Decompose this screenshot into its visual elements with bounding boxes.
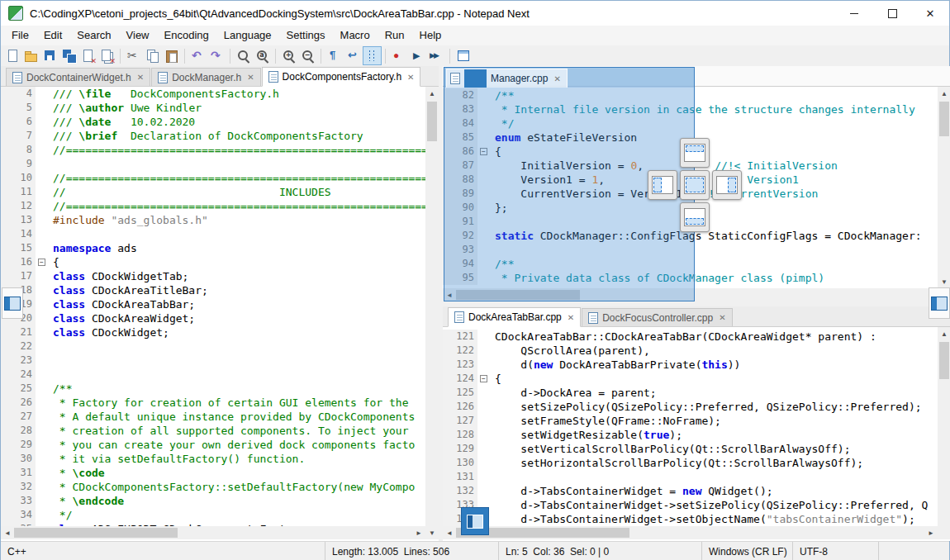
line-number: 34 bbox=[1, 508, 36, 522]
line-number: 10 bbox=[1, 171, 36, 185]
scroll-thumb[interactable] bbox=[939, 342, 949, 379]
status-encoding[interactable]: UTF-8 bbox=[792, 542, 878, 560]
scroll-up-arrow[interactable]: ▲ bbox=[938, 87, 950, 100]
toolbar-macro-record-button[interactable] bbox=[389, 46, 408, 65]
tab-DockComponentsFactory.h[interactable]: DockComponentsFactory.h✕ bbox=[262, 67, 421, 87]
fold-marker-icon[interactable] bbox=[36, 255, 49, 269]
dock-indicator-left[interactable] bbox=[648, 170, 677, 200]
tab-DockAreaTabBar.cpp[interactable]: DockAreaTabBar.cpp✕ bbox=[448, 307, 581, 327]
toolbar-indent-guide-button[interactable] bbox=[363, 46, 382, 65]
toolbar-word-wrap-button[interactable] bbox=[344, 46, 363, 65]
maximize-button[interactable] bbox=[873, 1, 911, 26]
close-button[interactable]: ✕ bbox=[911, 1, 949, 26]
menu-item-search[interactable]: Search bbox=[69, 26, 118, 45]
toolbar-zoom-in-button[interactable] bbox=[279, 46, 298, 65]
toolbar-replace-button[interactable] bbox=[253, 46, 272, 65]
tab-close-icon[interactable]: ✕ bbox=[553, 74, 560, 83]
toolbar-undo-button[interactable] bbox=[188, 46, 207, 65]
status-eol-format[interactable]: Windows (CR LF) bbox=[701, 542, 792, 560]
toolbar-panel-layout-button[interactable] bbox=[454, 46, 473, 65]
tab-close-icon[interactable]: ✕ bbox=[719, 313, 725, 322]
bottom-right-horizontal-scrollbar[interactable]: ◄ ► bbox=[443, 526, 938, 539]
toolbar-zoom-out-button[interactable] bbox=[298, 46, 317, 65]
auto-hide-tab-bottom[interactable] bbox=[461, 507, 489, 535]
left-vertical-scrollbar[interactable]: ▲ ▼ bbox=[425, 87, 439, 539]
redo-icon bbox=[210, 49, 224, 63]
tab-close-icon[interactable]: ✕ bbox=[247, 73, 254, 82]
dock-indicator-center[interactable] bbox=[680, 170, 710, 200]
toolbar-save-button[interactable] bbox=[40, 46, 59, 65]
toolbar-copy-button[interactable] bbox=[143, 46, 162, 65]
toolbar-show-symbols-button[interactable] bbox=[325, 46, 344, 65]
code-line: 33 * \endcode bbox=[1, 494, 425, 508]
toolbar-new-file-button[interactable] bbox=[2, 46, 21, 65]
toolbar-close-button[interactable] bbox=[78, 46, 97, 65]
code-line: 126 setSizePolicy(QSizePolicy::Preferred… bbox=[443, 400, 938, 414]
line-number: 124 bbox=[443, 372, 477, 386]
dock-indicator-right[interactable] bbox=[712, 170, 742, 200]
editor-dockareatabbar[interactable]: 121CDockAreaTabBar::CDockAreaTabBar(CDoc… bbox=[443, 330, 938, 526]
scroll-left-arrow[interactable]: ◄ bbox=[443, 526, 456, 539]
drag-preview-tab[interactable]: Manager.cpp ✕ bbox=[446, 69, 568, 88]
scroll-right-arrow[interactable]: ► bbox=[412, 526, 425, 539]
scroll-down-arrow[interactable]: ▼ bbox=[425, 526, 439, 539]
scroll-right-arrow[interactable]: ► bbox=[924, 526, 938, 539]
cut-icon bbox=[126, 49, 140, 63]
tab-label: DockFocusController.cpp bbox=[602, 312, 713, 324]
tab-close-icon[interactable]: ✕ bbox=[407, 73, 414, 82]
dock-widget-icon bbox=[467, 515, 483, 529]
menu-item-encoding[interactable]: Encoding bbox=[157, 26, 216, 45]
left-horizontal-scrollbar[interactable]: ◄ ► bbox=[1, 526, 425, 539]
fold-margin bbox=[36, 480, 49, 494]
scroll-left-arrow[interactable]: ◄ bbox=[1, 526, 14, 539]
scroll-thumb[interactable] bbox=[14, 528, 178, 538]
menu-item-view[interactable]: View bbox=[119, 26, 157, 45]
code-line: 124{ bbox=[443, 372, 938, 386]
tab-DockFocusController.cpp[interactable]: DockFocusController.cpp✕ bbox=[582, 308, 732, 326]
line-number: 21 bbox=[1, 325, 36, 339]
scroll-up-arrow[interactable]: ▲ bbox=[425, 87, 439, 100]
minimize-button[interactable] bbox=[835, 1, 873, 26]
menu-item-help[interactable]: Help bbox=[412, 26, 449, 45]
tab-close-icon[interactable]: ✕ bbox=[568, 313, 574, 322]
toolbar-redo-button[interactable] bbox=[207, 46, 226, 65]
tab-DockManager.h[interactable]: DockManager.h✕ bbox=[151, 68, 260, 86]
toolbar-cut-button[interactable] bbox=[124, 46, 143, 65]
line-number: 122 bbox=[443, 344, 477, 358]
scroll-down-arrow[interactable]: ▼ bbox=[938, 275, 950, 288]
line-number: 130 bbox=[443, 456, 477, 470]
line-number: 13 bbox=[1, 213, 36, 227]
auto-hide-tab-left[interactable] bbox=[2, 287, 23, 319]
scroll-thumb[interactable] bbox=[427, 102, 437, 141]
toolbar-paste-button[interactable] bbox=[162, 46, 181, 65]
status-language[interactable]: C++ bbox=[1, 542, 325, 560]
toolbar-macro-run-button[interactable] bbox=[427, 46, 446, 65]
fold-margin bbox=[36, 241, 49, 255]
menu-item-run[interactable]: Run bbox=[378, 26, 412, 45]
scroll-up-arrow[interactable]: ▲ bbox=[938, 327, 950, 340]
scroll-thumb[interactable] bbox=[939, 102, 949, 136]
top-right-vertical-scrollbar[interactable]: ▲ ▼ bbox=[938, 87, 950, 288]
menu-item-file[interactable]: File bbox=[4, 26, 36, 45]
toolbar-macro-play-button[interactable] bbox=[408, 46, 427, 65]
bottom-right-vertical-scrollbar[interactable]: ▲ ▼ bbox=[938, 327, 950, 539]
menu-item-language[interactable]: Language bbox=[216, 26, 279, 45]
code-line: 4/// \file DockComponentsFactory.h bbox=[1, 87, 425, 101]
auto-hide-tab-right[interactable] bbox=[929, 287, 950, 319]
toolbar-close-all-button[interactable] bbox=[97, 46, 116, 65]
menu-item-macro[interactable]: Macro bbox=[333, 26, 378, 45]
menu-item-edit[interactable]: Edit bbox=[36, 26, 69, 45]
dock-indicator-bottom[interactable] bbox=[680, 202, 710, 232]
toolbar-find-button[interactable] bbox=[234, 46, 253, 65]
fold-marker-icon[interactable] bbox=[477, 372, 491, 386]
toolbar bbox=[1, 45, 949, 67]
code-line: 21class CDockWidget; bbox=[1, 325, 425, 339]
menu-item-settings[interactable]: Settings bbox=[279, 26, 333, 45]
tab-close-icon[interactable]: ✕ bbox=[137, 73, 144, 82]
editor-dockcomponentsfactory[interactable]: 4/// \file DockComponentsFactory.h5/// \… bbox=[1, 87, 425, 528]
dock-indicator-top[interactable] bbox=[680, 138, 710, 168]
toolbar-open-file-button[interactable] bbox=[21, 46, 40, 65]
toolbar-save-all-button[interactable] bbox=[59, 46, 78, 65]
dock-widget-icon bbox=[4, 297, 21, 311]
tab-DockContainerWidget.h[interactable]: DockContainerWidget.h✕ bbox=[6, 68, 150, 86]
